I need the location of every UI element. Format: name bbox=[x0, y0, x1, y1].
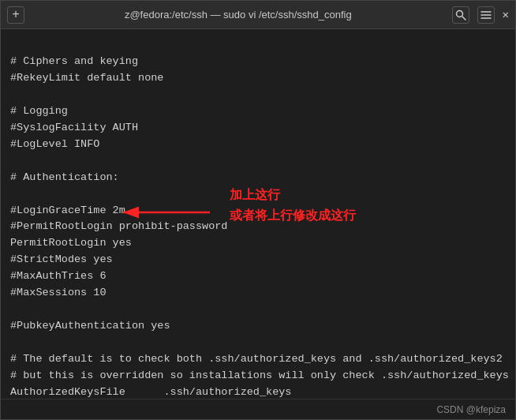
code-line: #MaxSessions 10 bbox=[10, 285, 506, 302]
close-button[interactable]: ✕ bbox=[503, 8, 509, 21]
code-line bbox=[10, 37, 506, 54]
svg-line-1 bbox=[462, 16, 465, 19]
title-bar-title: z@fedora:/etc/ssh — sudo vi /etc/ssh/ssh… bbox=[24, 9, 452, 21]
search-icon bbox=[455, 9, 466, 21]
annotation-container: 加上这行 或者将上行修改成这行 bbox=[230, 186, 356, 225]
code-line: # Logging bbox=[10, 103, 506, 120]
annotation-line2: 或者将上行修改成这行 bbox=[230, 206, 356, 225]
code-line: #SyslogFacility AUTH bbox=[10, 120, 506, 137]
code-line: # but this is overridden so installation… bbox=[10, 368, 506, 384]
code-line bbox=[10, 153, 506, 170]
annotation-line1: 加上这行 bbox=[230, 186, 356, 204]
new-tab-button[interactable]: + bbox=[7, 6, 24, 24]
code-line: # Authentication: bbox=[10, 170, 506, 186]
title-bar-left: + bbox=[7, 6, 24, 24]
code-line: AuthorizedKeysFile .ssh/authorized_keys bbox=[10, 384, 506, 399]
code-line: #PubkeyAuthentication yes bbox=[10, 318, 506, 335]
footer-bar: CSDN @kfepiza bbox=[1, 399, 515, 419]
code-line bbox=[10, 87, 506, 103]
code-line: #MaxAuthTries 6 bbox=[10, 268, 506, 285]
footer-credit: CSDN @kfepiza bbox=[436, 404, 506, 415]
search-button[interactable] bbox=[452, 6, 469, 24]
terminal-window: + z@fedora:/etc/ssh — sudo vi /etc/ssh/s… bbox=[0, 0, 516, 420]
menu-button[interactable] bbox=[477, 6, 495, 24]
code-line: #LogLevel INFO bbox=[10, 137, 506, 153]
code-line bbox=[10, 302, 506, 318]
code-line: # Ciphers and keying bbox=[10, 54, 506, 70]
hamburger-icon bbox=[480, 9, 492, 21]
code-line: #RekeyLimit default none bbox=[10, 70, 506, 87]
terminal-content: # Ciphers and keying #RekeyLimit default… bbox=[1, 29, 515, 399]
arrow-icon bbox=[115, 201, 218, 223]
arrow-annotation bbox=[115, 201, 218, 227]
code-line: PermitRootLogin yes bbox=[10, 235, 506, 252]
title-bar: + z@fedora:/etc/ssh — sudo vi /etc/ssh/s… bbox=[1, 1, 515, 29]
code-line bbox=[10, 335, 506, 351]
title-bar-right: ✕ bbox=[452, 6, 509, 24]
code-line: # The default is to check both .ssh/auth… bbox=[10, 351, 506, 368]
code-line: #StrictModes yes bbox=[10, 252, 506, 268]
